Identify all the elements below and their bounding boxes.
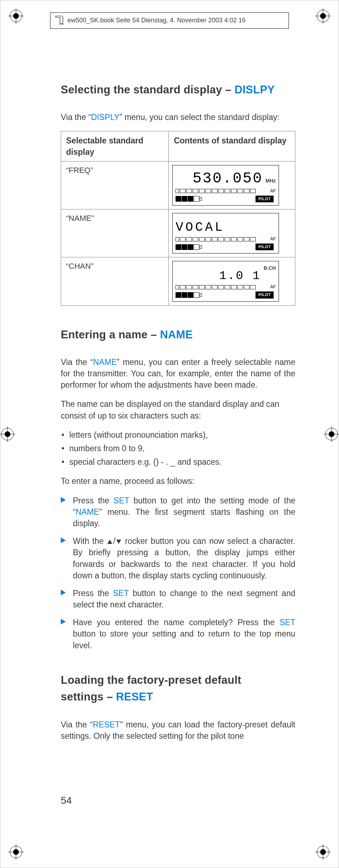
- section-heading-displY: Selecting the standard display – DISLPY: [61, 82, 295, 97]
- table-row: “NAME” VOCAL AF: [61, 209, 295, 257]
- svg-marker-24: [61, 497, 66, 503]
- battery-icon: [176, 196, 202, 202]
- row-name-label: “NAME”: [61, 209, 169, 257]
- table-header-right: Contents of standard display: [169, 131, 295, 161]
- svg-marker-27: [116, 540, 121, 544]
- section3-p1: Via the “RESET” menu, you can load the f…: [61, 719, 295, 742]
- pilot-badge: PILOT: [255, 291, 274, 298]
- row-chan-label: “CHAN”: [61, 257, 169, 305]
- registration-mark-icon: [324, 426, 339, 442]
- svg-marker-29: [61, 619, 66, 624]
- af-label: AF: [270, 188, 276, 194]
- svg-marker-26: [107, 540, 112, 544]
- step-3: Press the SET button to change to the ne…: [61, 588, 295, 610]
- lcd-name: VOCAL AF PILOT: [172, 213, 279, 253]
- af-meter: [176, 189, 268, 193]
- step-2: With the / rocker button you can now sel…: [61, 535, 295, 581]
- list-item: special characters e.g. () - . _ and spa…: [61, 456, 295, 468]
- registration-mark-icon: [8, 844, 24, 860]
- pilot-badge: PILOT: [255, 244, 274, 250]
- registration-mark-icon: [8, 8, 24, 24]
- step-1: Press the SET button to get into the set…: [61, 495, 295, 529]
- af-meter: [176, 237, 268, 241]
- book-icon: [55, 15, 64, 26]
- registration-mark-icon: [315, 8, 331, 24]
- section-heading-reset-line1: Loading the factory-preset default: [61, 672, 295, 688]
- step-marker-icon: [61, 537, 66, 543]
- af-label: AF: [270, 236, 276, 242]
- svg-marker-28: [61, 590, 66, 595]
- lcd-value: 530.050: [176, 171, 263, 186]
- step-marker-icon: [61, 497, 66, 503]
- registration-mark-icon: [315, 844, 331, 860]
- table-row: “CHAN” 1.0 1 B.CH AF: [61, 257, 295, 305]
- lcd-value: VOCAL: [176, 221, 276, 234]
- lcd-freq: 530.050 MHz AF: [172, 165, 279, 206]
- character-list: letters (without pronounciation marks), …: [61, 429, 295, 468]
- step-marker-icon: [61, 619, 66, 624]
- content: Selecting the standard display – DISLPY …: [61, 82, 295, 749]
- list-item: letters (without pronounciation marks),: [61, 429, 295, 441]
- battery-icon: [176, 244, 202, 250]
- row-freq-label: “FREQ”: [61, 161, 169, 209]
- lcd-value: 1.0 1: [176, 270, 261, 282]
- af-meter: [176, 285, 268, 289]
- svg-marker-25: [61, 537, 66, 543]
- page-number: 54: [61, 793, 72, 807]
- running-head: ew500_SK.book Seite 54 Dienstag, 4. Nove…: [50, 12, 289, 29]
- lcd-unit: B.CH: [264, 265, 276, 272]
- registration-mark-icon: [0, 426, 15, 442]
- section2-p1: Via the “NAME” menu, you can enter a fre…: [61, 356, 295, 391]
- pilot-badge: PILOT: [255, 196, 274, 202]
- section2-p2: The name can be displayed on the standar…: [61, 398, 295, 421]
- battery-icon: [176, 292, 202, 298]
- lcd-unit: MHz: [265, 178, 276, 185]
- rocker-up-down-icon: /: [107, 536, 122, 546]
- step-4: Have you entered the name completely? Pr…: [61, 617, 295, 651]
- section2-p3: To enter a name, proceed as follows:: [61, 475, 295, 487]
- step-marker-icon: [61, 590, 66, 595]
- table-row: “FREQ” 530.050 MHz AF: [61, 161, 295, 209]
- lcd-chan: 1.0 1 B.CH AF: [172, 261, 279, 301]
- section-heading-reset-line2: settings – RESET: [61, 689, 295, 704]
- running-head-text: ew500_SK.book Seite 54 Dienstag, 4. Nove…: [68, 16, 246, 25]
- section1-intro: Via the “DISPLY” menu, you can select th…: [61, 111, 295, 123]
- section-heading-name: Entering a name – NAME: [61, 327, 295, 342]
- table-header-left: Selectable standard display: [61, 131, 169, 161]
- page: ew500_SK.book Seite 54 Dienstag, 4. Nove…: [0, 0, 339, 868]
- standard-display-table: Selectable standard display Contents of …: [61, 131, 295, 306]
- af-label: AF: [270, 284, 276, 290]
- list-item: numbers from 0 to 9,: [61, 443, 295, 454]
